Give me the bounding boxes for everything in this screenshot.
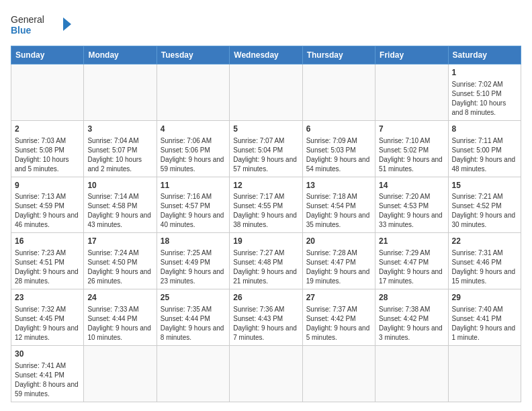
day-number: 28 — [379, 292, 444, 304]
day-info: Sunrise: 7:35 AM Sunset: 4:44 PM Dayligh… — [161, 305, 226, 342]
calendar-cell: 29Sunrise: 7:40 AM Sunset: 4:41 PM Dayli… — [448, 289, 521, 346]
day-info: Sunrise: 7:07 AM Sunset: 5:04 PM Dayligh… — [233, 136, 298, 174]
calendar-cell: 25Sunrise: 7:35 AM Sunset: 4:44 PM Dayli… — [157, 289, 229, 346]
day-info: Sunrise: 7:06 AM Sunset: 5:06 PM Dayligh… — [161, 136, 226, 174]
calendar-cell — [84, 64, 157, 121]
day-info: Sunrise: 7:10 AM Sunset: 5:02 PM Dayligh… — [379, 136, 444, 174]
day-number: 29 — [452, 292, 517, 304]
day-number: 9 — [15, 180, 80, 191]
day-number: 6 — [306, 124, 371, 135]
calendar-cell: 23Sunrise: 7:32 AM Sunset: 4:45 PM Dayli… — [11, 289, 84, 346]
calendar-cell — [84, 345, 157, 402]
calendar-cell: 21Sunrise: 7:29 AM Sunset: 4:47 PM Dayli… — [375, 233, 448, 289]
day-number: 11 — [161, 180, 226, 191]
day-info: Sunrise: 7:38 AM Sunset: 4:42 PM Dayligh… — [379, 305, 444, 342]
day-number: 21 — [379, 236, 444, 247]
calendar-cell: 30Sunrise: 7:41 AM Sunset: 4:41 PM Dayli… — [11, 345, 84, 402]
day-number: 19 — [233, 236, 298, 247]
calendar-cell: 11Sunrise: 7:16 AM Sunset: 4:57 PM Dayli… — [157, 177, 229, 233]
day-number: 18 — [161, 236, 226, 247]
day-info: Sunrise: 7:32 AM Sunset: 4:45 PM Dayligh… — [15, 305, 80, 342]
weekday-header-monday: Monday — [84, 46, 157, 64]
calendar-cell: 28Sunrise: 7:38 AM Sunset: 4:42 PM Dayli… — [375, 289, 448, 346]
day-info: Sunrise: 7:36 AM Sunset: 4:43 PM Dayligh… — [233, 305, 298, 342]
calendar-cell: 10Sunrise: 7:14 AM Sunset: 4:58 PM Dayli… — [84, 177, 157, 233]
calendar-cell: 3Sunrise: 7:04 AM Sunset: 5:07 PM Daylig… — [84, 120, 157, 177]
calendar-week-4: 16Sunrise: 7:23 AM Sunset: 4:51 PM Dayli… — [11, 233, 521, 289]
day-number: 5 — [233, 124, 298, 135]
calendar-cell — [230, 345, 302, 402]
day-info: Sunrise: 7:29 AM Sunset: 4:47 PM Dayligh… — [379, 248, 444, 286]
day-info: Sunrise: 7:24 AM Sunset: 4:50 PM Dayligh… — [87, 248, 152, 286]
day-number: 26 — [233, 292, 298, 304]
calendar-week-6: 30Sunrise: 7:41 AM Sunset: 4:41 PM Dayli… — [11, 345, 521, 402]
day-number: 13 — [306, 180, 371, 191]
svg-marker-2 — [63, 17, 71, 31]
day-number: 4 — [161, 124, 226, 135]
weekday-header-friday: Friday — [375, 46, 448, 64]
day-number: 3 — [87, 124, 152, 135]
calendar-cell: 7Sunrise: 7:10 AM Sunset: 5:02 PM Daylig… — [375, 120, 448, 177]
day-info: Sunrise: 7:09 AM Sunset: 5:03 PM Dayligh… — [306, 136, 371, 174]
calendar-week-5: 23Sunrise: 7:32 AM Sunset: 4:45 PM Dayli… — [11, 289, 521, 346]
calendar-cell — [375, 345, 448, 402]
calendar-cell — [157, 64, 229, 121]
logo: General Blue — [11, 11, 71, 38]
calendar-cell — [448, 345, 521, 402]
calendar-week-2: 2Sunrise: 7:03 AM Sunset: 5:08 PM Daylig… — [11, 120, 521, 177]
day-number: 23 — [15, 292, 80, 304]
day-info: Sunrise: 7:37 AM Sunset: 4:42 PM Dayligh… — [306, 305, 371, 342]
day-info: Sunrise: 7:04 AM Sunset: 5:07 PM Dayligh… — [87, 136, 152, 174]
calendar-cell: 5Sunrise: 7:07 AM Sunset: 5:04 PM Daylig… — [230, 120, 302, 177]
day-number: 1 — [452, 67, 517, 79]
calendar-cell: 4Sunrise: 7:06 AM Sunset: 5:06 PM Daylig… — [157, 120, 229, 177]
calendar-cell: 6Sunrise: 7:09 AM Sunset: 5:03 PM Daylig… — [302, 120, 375, 177]
calendar-cell — [302, 64, 375, 121]
calendar-cell: 14Sunrise: 7:20 AM Sunset: 4:53 PM Dayli… — [375, 177, 448, 233]
day-number: 10 — [87, 180, 152, 191]
day-info: Sunrise: 7:18 AM Sunset: 4:54 PM Dayligh… — [306, 192, 371, 230]
calendar-cell: 13Sunrise: 7:18 AM Sunset: 4:54 PM Dayli… — [302, 177, 375, 233]
calendar-cell: 22Sunrise: 7:31 AM Sunset: 4:46 PM Dayli… — [448, 233, 521, 289]
calendar-cell: 1Sunrise: 7:02 AM Sunset: 5:10 PM Daylig… — [448, 64, 521, 121]
day-number: 20 — [306, 236, 371, 247]
day-number: 22 — [452, 236, 517, 247]
day-number: 27 — [306, 292, 371, 304]
day-number: 25 — [161, 292, 226, 304]
day-number: 2 — [15, 124, 80, 135]
calendar-cell: 20Sunrise: 7:28 AM Sunset: 4:47 PM Dayli… — [302, 233, 375, 289]
calendar-cell — [157, 345, 229, 402]
calendar-header: SundayMondayTuesdayWednesdayThursdayFrid… — [11, 46, 521, 64]
calendar-cell: 24Sunrise: 7:33 AM Sunset: 4:44 PM Dayli… — [84, 289, 157, 346]
day-number: 17 — [87, 236, 152, 247]
day-info: Sunrise: 7:27 AM Sunset: 4:48 PM Dayligh… — [233, 248, 298, 286]
weekday-header-sunday: Sunday — [11, 46, 84, 64]
calendar-cell: 9Sunrise: 7:13 AM Sunset: 4:59 PM Daylig… — [11, 177, 84, 233]
day-number: 14 — [379, 180, 444, 191]
calendar-cell — [11, 64, 84, 121]
day-info: Sunrise: 7:17 AM Sunset: 4:55 PM Dayligh… — [233, 192, 298, 230]
day-number: 15 — [452, 180, 517, 191]
weekday-header-wednesday: Wednesday — [230, 46, 302, 64]
day-info: Sunrise: 7:23 AM Sunset: 4:51 PM Dayligh… — [15, 248, 80, 286]
day-number: 8 — [452, 124, 517, 135]
calendar-cell: 2Sunrise: 7:03 AM Sunset: 5:08 PM Daylig… — [11, 120, 84, 177]
day-info: Sunrise: 7:33 AM Sunset: 4:44 PM Dayligh… — [87, 305, 152, 342]
day-info: Sunrise: 7:28 AM Sunset: 4:47 PM Dayligh… — [306, 248, 371, 286]
logo-svg: General Blue — [11, 11, 71, 38]
page-header: General Blue — [11, 11, 521, 38]
day-info: Sunrise: 7:13 AM Sunset: 4:59 PM Dayligh… — [15, 192, 80, 230]
calendar-cell — [230, 64, 302, 121]
day-info: Sunrise: 7:02 AM Sunset: 5:10 PM Dayligh… — [452, 80, 517, 118]
weekday-header-saturday: Saturday — [448, 46, 521, 64]
day-info: Sunrise: 7:11 AM Sunset: 5:00 PM Dayligh… — [452, 136, 517, 174]
day-info: Sunrise: 7:20 AM Sunset: 4:53 PM Dayligh… — [379, 192, 444, 230]
day-number: 7 — [379, 124, 444, 135]
calendar-cell: 27Sunrise: 7:37 AM Sunset: 4:42 PM Dayli… — [302, 289, 375, 346]
day-info: Sunrise: 7:21 AM Sunset: 4:52 PM Dayligh… — [452, 192, 517, 230]
calendar-cell: 16Sunrise: 7:23 AM Sunset: 4:51 PM Dayli… — [11, 233, 84, 289]
day-info: Sunrise: 7:14 AM Sunset: 4:58 PM Dayligh… — [87, 192, 152, 230]
day-info: Sunrise: 7:25 AM Sunset: 4:49 PM Dayligh… — [161, 248, 226, 286]
calendar-cell: 26Sunrise: 7:36 AM Sunset: 4:43 PM Dayli… — [230, 289, 302, 346]
calendar-body: 1Sunrise: 7:02 AM Sunset: 5:10 PM Daylig… — [11, 64, 521, 402]
